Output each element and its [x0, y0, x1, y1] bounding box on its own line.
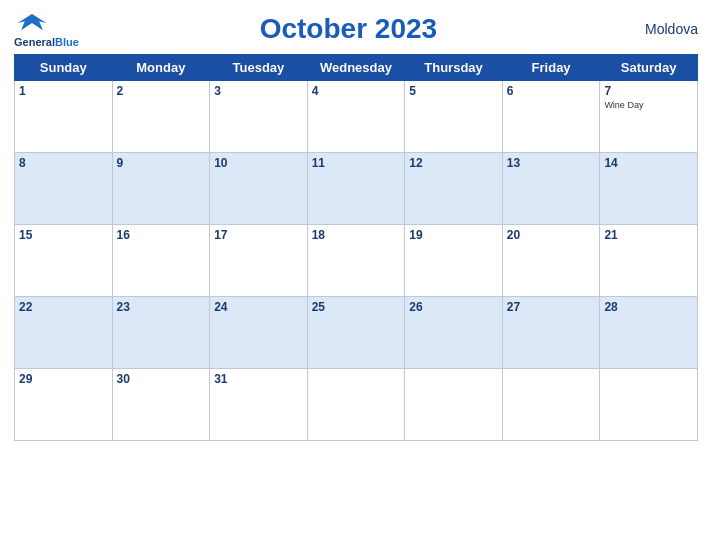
date-number: 14 — [604, 156, 693, 170]
calendar-cell-w0d5: 6 — [502, 81, 600, 153]
calendar-body: 1234567Wine Day8910111213141516171819202… — [15, 81, 698, 441]
calendar-cell-w1d1: 9 — [112, 153, 210, 225]
date-number: 13 — [507, 156, 596, 170]
logo-general: General — [14, 36, 55, 48]
week-row-3: 22232425262728 — [15, 297, 698, 369]
date-number: 28 — [604, 300, 693, 314]
date-number: 17 — [214, 228, 303, 242]
date-number: 3 — [214, 84, 303, 98]
calendar-cell-w1d2: 10 — [210, 153, 308, 225]
date-number: 22 — [19, 300, 108, 314]
week-row-0: 1234567Wine Day — [15, 81, 698, 153]
date-number: 24 — [214, 300, 303, 314]
calendar-cell-w0d6: 7Wine Day — [600, 81, 698, 153]
calendar-cell-w0d0: 1 — [15, 81, 113, 153]
calendar-cell-w3d0: 22 — [15, 297, 113, 369]
week-row-2: 15161718192021 — [15, 225, 698, 297]
calendar-cell-w2d4: 19 — [405, 225, 503, 297]
calendar-cell-w4d4 — [405, 369, 503, 441]
header-friday: Friday — [502, 55, 600, 81]
calendar-cell-w4d2: 31 — [210, 369, 308, 441]
date-number: 30 — [117, 372, 206, 386]
date-number: 4 — [312, 84, 401, 98]
calendar-cell-w1d0: 8 — [15, 153, 113, 225]
calendar-cell-w4d5 — [502, 369, 600, 441]
date-number: 18 — [312, 228, 401, 242]
calendar-cell-w3d5: 27 — [502, 297, 600, 369]
header-tuesday: Tuesday — [210, 55, 308, 81]
date-number: 1 — [19, 84, 108, 98]
event-label: Wine Day — [604, 100, 693, 111]
date-number: 27 — [507, 300, 596, 314]
calendar-cell-w2d0: 15 — [15, 225, 113, 297]
logo-area: GeneralBlue — [14, 10, 79, 48]
date-number: 8 — [19, 156, 108, 170]
calendar-cell-w3d4: 26 — [405, 297, 503, 369]
calendar-cell-w2d6: 21 — [600, 225, 698, 297]
date-number: 16 — [117, 228, 206, 242]
calendar-cell-w3d1: 23 — [112, 297, 210, 369]
calendar-cell-w3d6: 28 — [600, 297, 698, 369]
date-number: 23 — [117, 300, 206, 314]
calendar-cell-w4d0: 29 — [15, 369, 113, 441]
logo-icon — [14, 10, 50, 36]
calendar-cell-w0d2: 3 — [210, 81, 308, 153]
date-number: 15 — [19, 228, 108, 242]
calendar-table: Sunday Monday Tuesday Wednesday Thursday… — [14, 54, 698, 441]
date-number: 10 — [214, 156, 303, 170]
calendar-cell-w3d2: 24 — [210, 297, 308, 369]
week-row-1: 891011121314 — [15, 153, 698, 225]
calendar-cell-w3d3: 25 — [307, 297, 405, 369]
days-header-row: Sunday Monday Tuesday Wednesday Thursday… — [15, 55, 698, 81]
calendar-cell-w1d5: 13 — [502, 153, 600, 225]
date-number: 29 — [19, 372, 108, 386]
calendar-cell-w4d6 — [600, 369, 698, 441]
calendar-cell-w4d3 — [307, 369, 405, 441]
calendar-cell-w0d3: 4 — [307, 81, 405, 153]
calendar-cell-w2d3: 18 — [307, 225, 405, 297]
week-row-4: 293031 — [15, 369, 698, 441]
date-number: 6 — [507, 84, 596, 98]
date-number: 5 — [409, 84, 498, 98]
logo-text: GeneralBlue — [14, 36, 79, 48]
date-number: 21 — [604, 228, 693, 242]
calendar-cell-w1d6: 14 — [600, 153, 698, 225]
date-number: 31 — [214, 372, 303, 386]
date-number: 7 — [604, 84, 693, 98]
header-sunday: Sunday — [15, 55, 113, 81]
calendar-cell-w1d4: 12 — [405, 153, 503, 225]
date-number: 26 — [409, 300, 498, 314]
calendar-cell-w0d4: 5 — [405, 81, 503, 153]
calendar-cell-w2d1: 16 — [112, 225, 210, 297]
calendar-title: October 2023 — [260, 13, 437, 45]
date-number: 11 — [312, 156, 401, 170]
calendar-cell-w0d1: 2 — [112, 81, 210, 153]
date-number: 19 — [409, 228, 498, 242]
date-number: 25 — [312, 300, 401, 314]
date-number: 9 — [117, 156, 206, 170]
country-label: Moldova — [618, 21, 698, 37]
calendar-header: GeneralBlue October 2023 Moldova — [14, 10, 698, 48]
calendar-cell-w4d1: 30 — [112, 369, 210, 441]
date-number: 12 — [409, 156, 498, 170]
header-monday: Monday — [112, 55, 210, 81]
calendar-cell-w2d5: 20 — [502, 225, 600, 297]
calendar-cell-w1d3: 11 — [307, 153, 405, 225]
svg-marker-0 — [18, 14, 47, 30]
header-saturday: Saturday — [600, 55, 698, 81]
date-number: 2 — [117, 84, 206, 98]
header-thursday: Thursday — [405, 55, 503, 81]
header-wednesday: Wednesday — [307, 55, 405, 81]
calendar-cell-w2d2: 17 — [210, 225, 308, 297]
date-number: 20 — [507, 228, 596, 242]
calendar-container: GeneralBlue October 2023 Moldova Sunday … — [0, 0, 712, 550]
logo-blue: Blue — [55, 36, 79, 48]
